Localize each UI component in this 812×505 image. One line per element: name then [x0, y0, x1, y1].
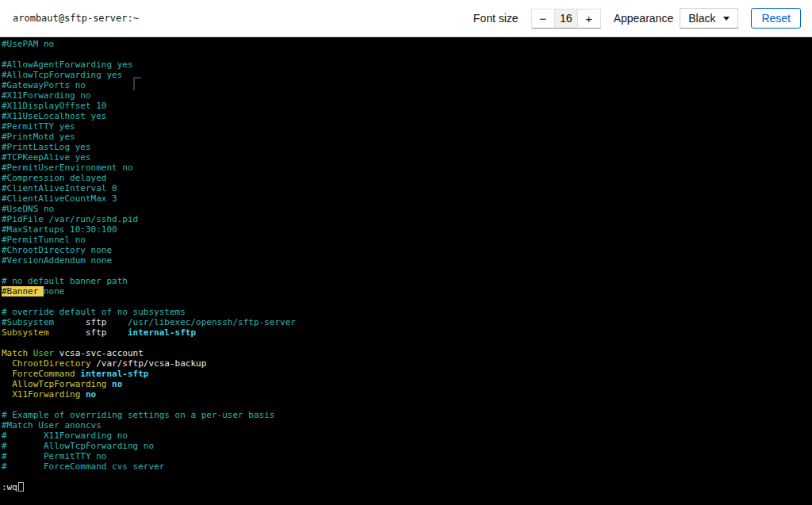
terminal-line: Match User vcsa-svc-account	[2, 348, 812, 358]
terminal-line: # no default banner path	[2, 276, 812, 286]
terminal-line: AllowTcpForwarding no	[2, 379, 812, 389]
terminal-line: #Subsystem sftp /usr/libexec/openssh/sft…	[2, 317, 812, 327]
terminal-text-segment: sftp	[54, 317, 128, 327]
terminal-line	[2, 400, 812, 410]
terminal-text-segment: /usr/libexec/openssh/sftp-server	[128, 317, 296, 327]
terminal-line: #PrintLastLog yes	[2, 142, 812, 152]
terminal-line: #MaxStartups 10:30:100	[2, 224, 812, 235]
terminal-line: # X11Forwarding no	[2, 430, 812, 441]
terminal-text-segment: sftp	[49, 327, 128, 338]
terminal-line: #PidFile /var/run/sshd.pid	[2, 214, 812, 224]
terminal-lines: #UsePAM no#AllowAgentForwarding yes#Allo…	[2, 39, 812, 492]
terminal-text-segment: #X11Forwarding no	[2, 90, 91, 101]
terminal-text-segment: User	[33, 348, 55, 358]
terminal[interactable]: #UsePAM no#AllowAgentForwarding yes#Allo…	[0, 38, 812, 505]
terminal-text-segment: ForceCommand	[12, 369, 75, 379]
terminal-text-segment: /var/sftp/vcsa-backup	[91, 358, 207, 369]
terminal-text-segment: #MaxStartups 10:30:100	[2, 224, 117, 235]
terminal-text-segment: #Subsystem	[2, 317, 54, 327]
terminal-text-segment: :wq	[2, 482, 17, 492]
terminal-line: ForceCommand internal-sftp	[2, 369, 812, 379]
terminal-line	[2, 49, 812, 59]
terminal-text-segment: #ClientAliveInterval 0	[2, 183, 117, 193]
reset-button[interactable]: Reset	[751, 8, 801, 29]
terminal-line: Subsystem sftp internal-sftp	[2, 327, 812, 338]
terminal-line: # PermitTTY no	[2, 451, 812, 461]
mouse-text-cursor	[133, 77, 143, 91]
font-size-increase-button[interactable]: +	[577, 9, 601, 29]
terminal-text-segment: #PermitTTY yes	[2, 121, 75, 132]
session-title: arombaut@sftp-server:~	[13, 13, 139, 24]
terminal-line: #PermitTTY yes	[2, 121, 812, 132]
terminal-text-segment	[2, 369, 12, 379]
terminal-cursor	[18, 482, 24, 492]
terminal-line: #X11Forwarding no	[2, 90, 812, 101]
font-size-value[interactable]: 16	[554, 9, 578, 29]
terminal-line: # Example of overriding settings on a pe…	[2, 410, 812, 420]
terminal-text-segment: # override default of no subsystems	[2, 307, 186, 317]
terminal-text-segment	[28, 348, 33, 358]
terminal-text-segment: #PrintLastLog yes	[2, 142, 91, 152]
terminal-line	[2, 338, 812, 348]
terminal-line: :wq	[2, 482, 812, 492]
terminal-line: #AllowAgentForwarding yes	[2, 59, 812, 70]
terminal-text-segment: # PermitTTY no	[2, 451, 106, 461]
terminal-text-segment: #AllowTcpForwarding yes	[2, 70, 122, 80]
terminal-line: #PermitUserEnvironment no	[2, 163, 812, 173]
terminal-text-segment: # no default banner path	[2, 276, 128, 286]
terminal-text-segment: #PidFile /var/run/sshd.pid	[2, 214, 138, 224]
terminal-text-segment: no	[86, 389, 96, 400]
terminal-line: #X11DisplayOffset 10	[2, 101, 812, 111]
terminal-text-segment: #Banner	[2, 286, 44, 296]
terminal-text-segment: # AllowTcpForwarding no	[2, 441, 154, 451]
terminal-text-segment: #TCPKeepAlive yes	[2, 152, 91, 163]
terminal-line: #AllowTcpForwarding yes	[2, 70, 812, 80]
terminal-text-segment: #PermitUserEnvironment no	[2, 163, 133, 173]
terminal-line: #GatewayPorts no	[2, 80, 812, 90]
terminal-line: X11Forwarding no	[2, 389, 812, 400]
terminal-text-segment: #UsePAM no	[2, 39, 54, 49]
terminal-text-segment: #X11DisplayOffset 10	[2, 101, 106, 111]
terminal-line: ChrootDirectory /var/sftp/vcsa-backup	[2, 358, 812, 369]
terminal-text-segment: #PrintMotd yes	[2, 132, 75, 142]
terminal-line	[2, 266, 812, 276]
terminal-text-segment: #GatewayPorts no	[2, 80, 86, 90]
terminal-text-segment: #VersionAddendum none	[2, 255, 112, 266]
appearance-dropdown[interactable]: Black	[680, 8, 738, 29]
terminal-text-segment: #PermitTunnel no	[2, 235, 86, 245]
terminal-line: # ForceCommand cvs server	[2, 461, 812, 472]
terminal-line	[2, 472, 812, 482]
terminal-text-segment: #X11UseLocalhost yes	[2, 111, 106, 121]
terminal-line: #TCPKeepAlive yes	[2, 152, 812, 163]
terminal-text-segment: #ChrootDirectory none	[2, 245, 112, 255]
terminal-text-segment: internal-sftp	[128, 327, 196, 338]
terminal-line: #PermitTunnel no	[2, 235, 812, 245]
terminal-text-segment: Subsystem	[2, 327, 49, 338]
font-size-decrease-button[interactable]: −	[531, 9, 555, 29]
terminal-text-segment: #Compression delayed	[2, 173, 106, 183]
appearance-label: Appearance	[614, 12, 674, 25]
terminal-line: #UsePAM no	[2, 39, 812, 49]
terminal-line: #UseDNS no	[2, 204, 812, 214]
terminal-line: # AllowTcpForwarding no	[2, 441, 812, 451]
terminal-text-segment: # ForceCommand cvs server	[2, 461, 164, 472]
terminal-line: #Banner none	[2, 286, 812, 296]
font-size-stepper: − 16 +	[531, 9, 601, 29]
terminal-text-segment: #Match User anoncvs	[2, 420, 102, 430]
terminal-line: #Match User anoncvs	[2, 420, 812, 430]
terminal-text-segment	[2, 389, 12, 400]
terminal-text-segment: #ClientAliveCountMax 3	[2, 193, 117, 204]
terminal-line: #ChrootDirectory none	[2, 245, 812, 255]
terminal-text-segment: # X11Forwarding no	[2, 430, 128, 441]
terminal-line: #PrintMotd yes	[2, 132, 812, 142]
terminal-text-segment: internal-sftp	[80, 369, 148, 379]
terminal-text-segment: X11Forwarding	[12, 389, 80, 400]
terminal-text-segment: #AllowAgentForwarding yes	[2, 59, 133, 70]
terminal-text-segment: AllowTcpForwarding	[12, 379, 106, 389]
terminal-text-segment	[80, 389, 86, 400]
terminal-line: #ClientAliveCountMax 3	[2, 193, 812, 204]
terminal-line: #ClientAliveInterval 0	[2, 183, 812, 193]
terminal-text-segment	[2, 358, 12, 369]
terminal-text-segment: #UseDNS no	[2, 204, 54, 214]
terminal-line: #Compression delayed	[2, 173, 812, 183]
